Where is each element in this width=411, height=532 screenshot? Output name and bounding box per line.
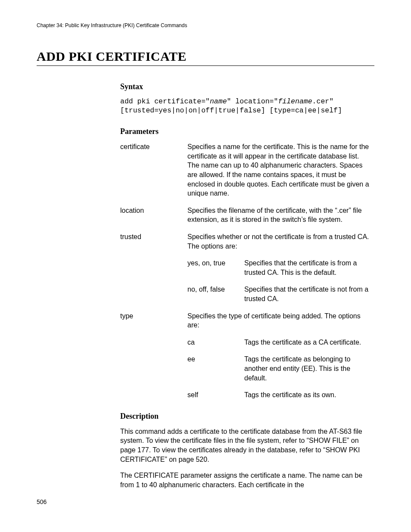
description-paragraph: This command adds a certificate to the c… <box>120 427 372 464</box>
option-name: ca <box>187 338 244 347</box>
syntax-text: [trusted=yes|no|on|off|true|false] [type… <box>120 106 342 115</box>
parameters-heading: Parameters <box>120 127 372 136</box>
param-desc: Specifies whether or not the certificate… <box>187 232 372 251</box>
syntax-text: add pki certificate=" <box>120 97 210 106</box>
param-row-location: location Specifies the filename of the c… <box>120 206 372 224</box>
param-row-trusted: trusted Specifies whether or not the cer… <box>120 232 372 251</box>
option-name: no, off, false <box>187 285 244 294</box>
syntax-filename-var: filename <box>278 97 312 106</box>
description-paragraph: The CERTIFICATE parameter assigns the ce… <box>120 471 372 489</box>
option-row-type-ee: ee Tags the certificate as belonging to … <box>120 355 372 383</box>
option-row-type-ca: ca Tags the certificate as a CA certific… <box>120 338 372 347</box>
running-header: Chapter 34: Public Key Infrastructure (P… <box>37 22 374 28</box>
option-desc: Specifies that the certificate is from a… <box>244 258 372 277</box>
param-desc: Specifies the filename of the certificat… <box>187 206 372 224</box>
syntax-block: add pki certificate="name" location="fil… <box>120 97 372 115</box>
description-heading: Description <box>120 412 372 421</box>
option-desc: Tags the certificate as belonging to ano… <box>244 355 372 383</box>
option-name: ee <box>187 355 244 364</box>
syntax-name-var: name <box>210 97 227 106</box>
page-title: ADD PKI CERTIFICATE <box>37 49 374 66</box>
option-desc: Specifies that the certificate is not fr… <box>244 285 372 303</box>
option-row-type-self: self Tags the certificate as its own. <box>120 390 372 400</box>
option-desc: Tags the certificate as a CA certificate… <box>244 338 372 347</box>
option-name: self <box>187 390 244 400</box>
param-name: type <box>120 311 187 321</box>
option-row-trusted-no: no, off, false Specifies that the certif… <box>120 285 372 303</box>
syntax-text: .cer" <box>312 97 334 106</box>
param-name: trusted <box>120 232 187 242</box>
param-name: certificate <box>120 142 187 152</box>
option-desc: Tags the certificate as its own. <box>244 390 372 400</box>
param-row-certificate: certificate Specifies a name for the cer… <box>120 142 372 198</box>
syntax-text: " location=" <box>227 97 278 106</box>
page-number: 506 <box>37 498 47 505</box>
param-desc: Specifies a name for the certificate. Th… <box>187 142 372 198</box>
syntax-heading: Syntax <box>120 82 372 91</box>
option-name: yes, on, true <box>187 258 244 268</box>
param-name: location <box>120 206 187 215</box>
option-row-trusted-yes: yes, on, true Specifies that the certifi… <box>120 258 372 277</box>
param-row-type: type Specifies the type of certificate b… <box>120 311 372 330</box>
param-desc: Specifies the type of certificate being … <box>187 311 372 330</box>
